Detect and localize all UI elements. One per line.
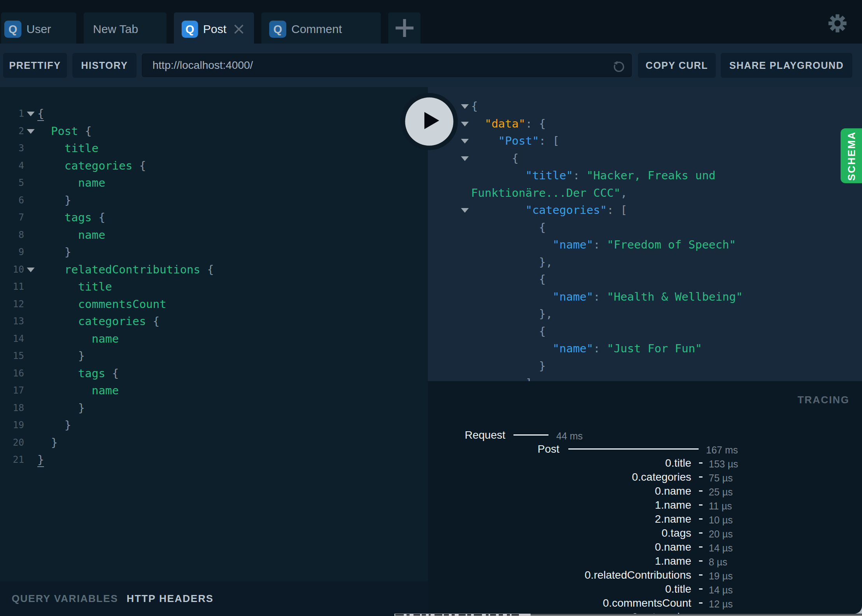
fold-arrow-icon[interactable]: [27, 112, 35, 116]
tracing-row: 1.name8 µs: [428, 554, 862, 568]
http-headers-tab[interactable]: HTTP HEADERS: [127, 593, 214, 605]
tab-user[interactable]: QUser: [1, 12, 76, 44]
line-number: 8: [0, 226, 24, 244]
fold-arrow-icon[interactable]: [461, 104, 469, 109]
code-segment-str: "Freedom of Speech": [607, 238, 736, 251]
code-segment-field: relatedContributions: [65, 263, 200, 276]
page-text-blob: [452, 614, 455, 616]
response-line: {: [428, 150, 862, 167]
fold-arrow-icon[interactable]: [461, 156, 469, 161]
tracing-bar: [699, 588, 703, 590]
fold-arrow-icon[interactable]: [27, 129, 35, 134]
tracing-time: 19 µs: [709, 569, 733, 583]
code-segment-punc: {: [146, 315, 159, 328]
line-number: 9: [0, 243, 24, 261]
line-number: 7: [0, 209, 24, 226]
tab-new-tab[interactable]: New Tab: [84, 12, 166, 44]
background-page-text: [394, 614, 531, 616]
code-text: {: [471, 271, 546, 288]
tracing-label: 0.relatedContributions: [585, 568, 691, 582]
page-text-blob: [486, 614, 489, 616]
code-segment-str: Funktionäre...Der CCC": [471, 186, 620, 200]
line-number: 13: [0, 313, 24, 330]
line-number: 10: [0, 261, 24, 278]
tracing-row: 1.name11 µs: [428, 498, 862, 512]
code-text: tags {: [37, 365, 119, 382]
tracing-time: 167 ms: [706, 443, 738, 457]
line-number: 18: [0, 399, 24, 417]
fold-arrow-icon[interactable]: [27, 268, 35, 272]
line-number: 3: [0, 140, 24, 157]
code-segment-punc: : [: [539, 134, 559, 147]
query-variables-tab[interactable]: QUERY VARIABLES: [12, 593, 118, 605]
tracing-title[interactable]: TRACING: [797, 394, 850, 406]
editor-line: 17 name: [0, 382, 428, 399]
editor-line: 9 }: [0, 243, 428, 261]
endpoint-url-input[interactable]: [142, 59, 597, 72]
tracing-row: 0.title14 µs: [428, 582, 862, 596]
tracing-bar: [699, 504, 703, 506]
query-badge: Q: [4, 21, 21, 38]
tab-post[interactable]: QPost: [174, 12, 254, 48]
share-playground-button[interactable]: SHARE PLAYGROUND: [721, 53, 852, 78]
copy-curl-button[interactable]: COPY CURL: [638, 53, 716, 78]
execute-play-button[interactable]: [401, 93, 458, 150]
settings-gear-icon[interactable]: [828, 14, 847, 33]
reload-icon[interactable]: [613, 61, 625, 73]
response-line: {: [428, 98, 862, 115]
tracing-bar: [699, 602, 703, 604]
tracing-label: 1.name: [655, 554, 691, 568]
editor-line: 13 categories {: [0, 313, 428, 330]
editor-line: 5 name: [0, 174, 428, 192]
schema-tab[interactable]: SCHEMA: [841, 128, 862, 183]
tracing-label: 0.commentsCount: [603, 596, 691, 610]
query-editor[interactable]: QUERY VARIABLES HTTP HEADERS 1{2 Post {3…: [0, 87, 428, 616]
fold-arrow-icon[interactable]: [461, 208, 469, 213]
tracing-time: 12 µs: [709, 597, 733, 611]
code-text: Post {: [37, 122, 92, 140]
editor-line: 14 name: [0, 330, 428, 348]
code-segment-punc: :: [573, 169, 587, 182]
schema-tab-label: SCHEMA: [845, 131, 857, 181]
page-text-blob: [512, 614, 519, 616]
code-segment-punc: :: [593, 342, 607, 355]
editor-line: 1{: [0, 105, 428, 122]
line-number: 1: [0, 105, 24, 122]
code-segment-punc: }: [65, 245, 71, 259]
editor-line: 6 }: [0, 192, 428, 209]
code-segment-punc: {: [512, 152, 519, 165]
code-segment-punc: {: [105, 367, 119, 380]
close-tab-icon[interactable]: [233, 23, 245, 35]
new-tab-plus-button[interactable]: [388, 12, 420, 44]
page-text-blob: [459, 614, 466, 616]
history-button[interactable]: HISTORY: [72, 53, 137, 78]
tracing-row: 0.name25 µs: [428, 484, 862, 498]
page-text-blob: [474, 614, 482, 616]
tracing-label: 0.title: [665, 456, 691, 470]
fold-arrow-icon[interactable]: [461, 139, 469, 144]
code-segment-punc: }: [37, 453, 44, 467]
response-line: "categories": [: [428, 201, 862, 219]
tab-comment[interactable]: QComment: [261, 12, 381, 44]
tracing-bar: [699, 476, 703, 478]
tab-label: Comment: [291, 23, 342, 36]
response-line: "name": "Just For Fun": [428, 340, 862, 357]
editor-line: 8 name: [0, 226, 428, 244]
response-line: "data": {: [428, 115, 862, 133]
code-segment-punc: {: [539, 325, 546, 338]
response-line: Funktionäre...Der CCC",: [428, 184, 862, 202]
response-line: "name": "Freedom of Speech": [428, 236, 862, 254]
code-text: "name": "Health & Wellbeing": [471, 288, 743, 306]
response-line: },: [428, 254, 862, 271]
code-segment-punc: },: [539, 307, 553, 320]
fold-arrow-icon[interactable]: [461, 122, 469, 126]
code-text: }: [37, 347, 85, 365]
page-text-blob: [507, 614, 510, 616]
editor-line: 18 }: [0, 399, 428, 417]
code-segment-punc: {: [132, 159, 146, 172]
code-segment-punc: }: [78, 401, 85, 415]
response-line: "Post": [: [428, 132, 862, 150]
prettify-button[interactable]: PRETTIFY: [3, 53, 67, 78]
tracing-bar: [699, 574, 703, 576]
tracing-panel: TRACING Request44 msPost167 ms0.title153…: [428, 381, 862, 614]
